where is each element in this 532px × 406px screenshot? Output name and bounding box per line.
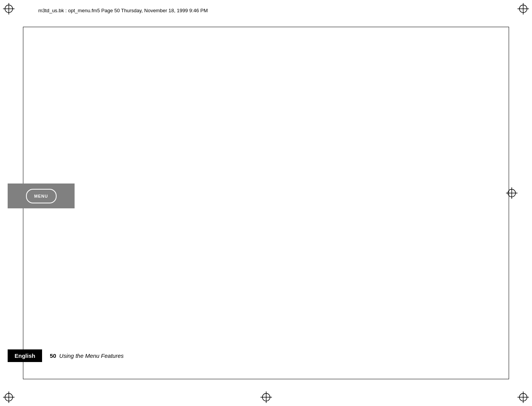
reg-mark-bottom-right — [517, 391, 529, 403]
top-border — [23, 27, 509, 27]
header-metadata: m3td_us.bk : opt_menu.fm5 Page 50 Thursd… — [38, 8, 208, 13]
page-title: Using the Menu Features — [59, 352, 124, 359]
reg-mark-middle-right — [506, 187, 517, 199]
page-number: 50 — [50, 352, 56, 359]
menu-button[interactable]: MENU — [26, 189, 57, 203]
language-badge: English — [8, 349, 42, 362]
reg-mark-top-left — [3, 3, 15, 15]
right-border — [509, 27, 509, 379]
menu-button-label: MENU — [34, 194, 48, 198]
menu-button-area: MENU — [8, 184, 75, 208]
footer: English 50 Using the Menu Features — [8, 349, 524, 362]
reg-mark-bottom-left — [3, 391, 15, 403]
reg-mark-top-right — [517, 3, 529, 15]
bottom-border — [23, 379, 509, 379]
reg-mark-bottom-center — [260, 391, 272, 403]
